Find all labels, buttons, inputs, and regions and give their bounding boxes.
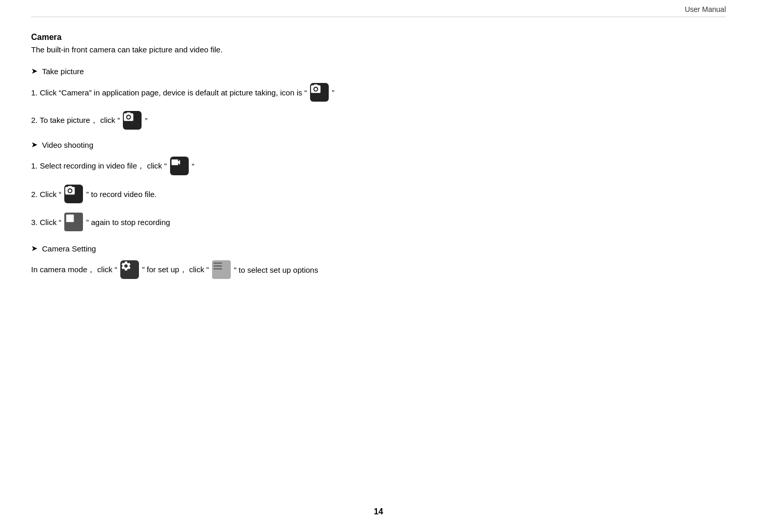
svg-rect-0	[66, 215, 74, 222]
arrow-icon-setting: ➤	[31, 244, 38, 253]
instruction-tp1: 1. Click “Camera” in application page, d…	[31, 83, 726, 102]
instruction-vs1-text-after: ”	[192, 162, 194, 171]
instruction-tp2-text-after: ”	[145, 116, 147, 125]
instruction-vs2-text-before: 2. Click “	[31, 190, 61, 199]
header-bar: User Manual	[31, 5, 726, 17]
camera-icon-tp2	[123, 111, 142, 130]
video-icon-vs1	[170, 157, 189, 175]
instruction-tp2: 2. To take picture， click “ ”	[31, 111, 726, 130]
svg-rect-1	[214, 263, 222, 264]
arrow-icon-video: ➤	[31, 140, 38, 149]
instruction-vs2: 2. Click “ ” to record video file.	[31, 185, 726, 203]
subsection-camera-setting: ➤ Camera Setting	[31, 244, 726, 253]
instruction-vs1: 1. Select recording in video file， click…	[31, 157, 726, 175]
page-footer: 14	[31, 507, 726, 516]
instruction-cs1: In camera mode， click “ ” for set up， cl…	[31, 260, 726, 279]
arrow-icon: ➤	[31, 66, 38, 76]
section-intro: The built-in front camera can take pictu…	[31, 45, 726, 54]
stop-icon-vs3	[64, 213, 83, 231]
instruction-vs2-text-after: ” to record video file.	[86, 190, 157, 199]
instruction-vs1-text-before: 1. Select recording in video file， click…	[31, 161, 167, 171]
camera-icon-vs2	[64, 185, 83, 203]
camera-icon-tp1	[310, 83, 329, 102]
svg-rect-3	[214, 269, 222, 270]
instruction-tp1-text-before: 1. Click “Camera” in application page, d…	[31, 88, 307, 97]
instruction-cs1-text2: ” for set up， click “	[142, 265, 209, 275]
instruction-cs1-text1: In camera mode， click “	[31, 265, 117, 275]
subsection-title-setting: Camera Setting	[42, 244, 96, 253]
header-title: User Manual	[685, 5, 726, 13]
menu-icon-cs1	[212, 260, 231, 279]
instruction-vs3: 3. Click “ ” again to stop recording	[31, 213, 726, 231]
instruction-tp2-text-before: 2. To take picture， click “	[31, 116, 120, 125]
instruction-vs3-text-before: 3. Click “	[31, 218, 61, 227]
page-container: User Manual Camera The built-in front ca…	[0, 0, 757, 532]
instruction-vs3-text-after: ” again to stop recording	[86, 218, 170, 227]
subsection-take-picture: ➤ Take picture	[31, 66, 726, 76]
settings-icon-cs1	[120, 260, 139, 279]
instruction-cs1-text3: ” to select set up options	[234, 265, 318, 274]
subsection-video-shooting: ➤ Video shooting	[31, 140, 726, 149]
svg-rect-2	[214, 265, 222, 267]
subsection-title-take-picture: Take picture	[42, 67, 84, 76]
subsection-title-video: Video shooting	[42, 141, 93, 149]
section-title: Camera	[31, 33, 726, 42]
instruction-tp1-text-after: ”	[332, 88, 334, 97]
page-number: 14	[374, 507, 383, 516]
